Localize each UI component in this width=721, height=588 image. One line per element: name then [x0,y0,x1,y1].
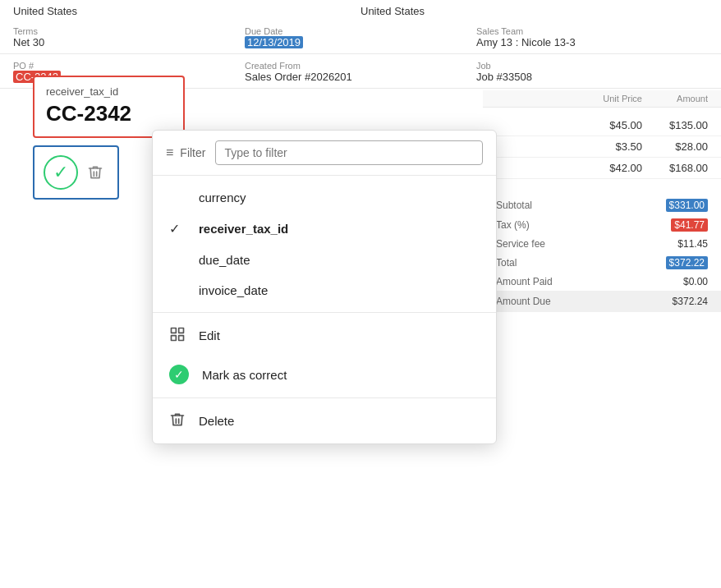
table-row: $3.50 $28.00 [483,136,721,158]
total-value: $41.77 [671,218,708,232]
menu-item[interactable]: invoice_date [153,275,496,305]
total-row: Subtotal $331.00 [483,195,721,215]
filter-icon: ≡ [166,145,173,160]
menu-item-label: currency [199,191,246,204]
due-date-cell: Due Date 12/13/2019 [245,26,476,48]
check-green-icon: ✓ [169,365,189,384]
delete-action[interactable]: Delete [153,402,496,440]
actions-section: Edit ✓ Mark as correct [153,313,496,398]
menu-items-section: currency ✓ receiver_tax_id due_date invo… [153,176,496,313]
total-label: Subtotal [496,200,532,211]
amount-cell: $135.00 [642,119,708,131]
menu-item[interactable]: ✓ receiver_tax_id [153,213,496,245]
total-label: Amount Paid [496,276,553,287]
country-row: United States United States [0,0,721,23]
job-cell: Job Job #33508 [476,61,708,83]
menu-item-label: invoice_date [199,283,268,297]
unit-price-header: Unit Price [576,94,642,103]
svg-rect-0 [172,328,177,333]
total-row: Total $372.22 [483,253,721,273]
total-label: Amount Due [496,296,551,307]
edit-icon [169,326,186,345]
sales-team-value: Amy 13 : Nicole 13-3 [476,36,708,48]
terms-label: Terms [13,26,245,36]
created-from-label: Created From [245,61,476,71]
created-from-value: Sales Order #2026201 [245,71,476,83]
total-value: $372.24 [673,296,708,307]
amount-header: Amount [642,94,708,103]
menu-item[interactable]: currency [153,182,496,213]
total-label: Tax (%) [496,219,530,231]
terms-value: Net 30 [13,36,245,48]
sales-team-label: Sales Team [476,26,708,36]
due-date-label: Due Date [245,26,476,36]
svg-rect-1 [179,328,184,333]
edit-action[interactable]: Edit [153,316,496,355]
menu-item-label: receiver_tax_id [199,222,288,236]
total-value: $0.00 [683,276,708,287]
terms-cell: Terms Net 30 [13,26,245,48]
sales-team-cell: Sales Team Amy 13 : Nicole 13-3 [476,26,708,48]
action-card: ✓ [33,145,119,200]
amount-cell: $28.00 [642,140,708,153]
unit-price-cell: $45.00 [576,119,642,131]
delete-section: Delete [153,398,496,443]
country-left: United States [13,5,360,17]
svg-rect-3 [172,336,177,341]
menu-item-label: due_date [199,253,250,267]
trash-icon-menu [169,411,186,430]
check-circle-icon: ✓ [53,163,68,181]
due-date-value: 12/13/2019 [245,36,476,48]
total-value: $372.22 [666,256,708,269]
edit-label: Edit [199,328,220,342]
dropdown-menu: ≡ Filter currency ✓ receiver_tax_id due_… [152,130,497,444]
total-row: Amount Due $372.24 [483,291,721,312]
table-row: $42.00 $168.00 [483,158,721,179]
menu-check-icon: ✓ [169,221,186,237]
terms-row: Terms Net 30 Due Date 12/13/2019 Sales T… [0,21,721,54]
total-row: Amount Paid $0.00 [483,273,721,291]
svg-rect-2 [179,336,184,341]
job-value: Job #33508 [476,71,708,83]
table-header: Unit Price Amount [483,90,721,108]
filter-input[interactable] [215,140,483,165]
field-card-label: receiver_tax_id [46,85,172,98]
job-label: Job [476,61,708,71]
trash-icon [87,164,103,181]
country-right: United States [360,5,708,17]
filter-row: ≡ Filter [153,131,496,176]
unit-price-cell: $3.50 [576,140,642,153]
total-row: Tax (%) $41.77 [483,215,721,235]
mark-correct-label: Mark as correct [202,368,287,382]
amount-cell: $168.00 [642,162,708,174]
total-row: Service fee $11.45 [483,235,721,253]
mark-as-correct-action[interactable]: ✓ Mark as correct [153,355,496,394]
created-from-cell: Created From Sales Order #2026201 [245,61,476,83]
invoice-table: $45.00 $135.00 $3.50 $28.00 $42.00 $168.… [483,115,721,179]
field-card-value: CC-2342 [46,101,172,126]
unit-price-cell: $42.00 [576,162,642,174]
field-card: receiver_tax_id CC-2342 [33,76,185,138]
po-label: PO # [13,61,245,71]
totals-section: Subtotal $331.00 Tax (%) $41.77 Service … [483,195,721,312]
total-value: $331.00 [666,199,708,212]
table-row: $45.00 $135.00 [483,115,721,136]
total-value: $11.45 [677,238,708,250]
mark-correct-button[interactable]: ✓ [44,155,78,190]
menu-item[interactable]: due_date [153,245,496,275]
delete-label: Delete [199,414,234,428]
total-label: Total [496,257,517,269]
total-label: Service fee [496,238,545,250]
filter-label: Filter [180,146,205,159]
delete-button[interactable] [82,159,108,186]
